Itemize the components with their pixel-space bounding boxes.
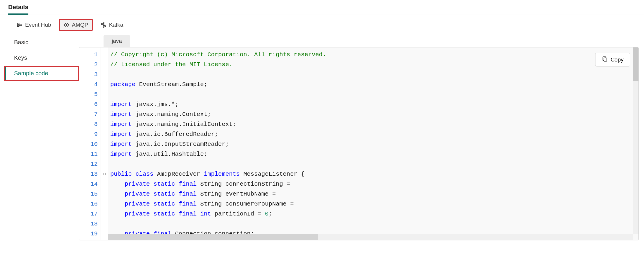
scrollbar-thumb[interactable] bbox=[108, 234, 318, 240]
horizontal-scrollbar[interactable] bbox=[108, 234, 633, 240]
line-number: 10 bbox=[79, 139, 98, 149]
code-editor: Copy 12345678910111213141516171819 ⊟ // … bbox=[79, 47, 639, 240]
line-number-gutter: 12345678910111213141516171819 bbox=[79, 47, 101, 240]
code-line: package EventStream.Sample; bbox=[110, 80, 638, 90]
code-line bbox=[110, 159, 638, 169]
line-number: 9 bbox=[79, 129, 98, 139]
kafka-icon bbox=[100, 22, 107, 28]
copy-label: Copy bbox=[611, 57, 624, 63]
main-content: java Copy 12345678910111213141516171819 … bbox=[79, 35, 644, 240]
line-number: 5 bbox=[79, 90, 98, 100]
line-number: 19 bbox=[79, 229, 98, 239]
tab-amqp[interactable]: AMQP bbox=[59, 19, 93, 31]
code-line: import java.io.BufferedReader; bbox=[110, 129, 638, 139]
fold-spacer bbox=[101, 119, 108, 129]
fold-spacer bbox=[101, 139, 108, 149]
copy-button[interactable]: Copy bbox=[595, 53, 630, 66]
code-line: private static final String eventHubName… bbox=[110, 189, 638, 199]
fold-spacer bbox=[101, 90, 108, 100]
line-number: 18 bbox=[79, 219, 98, 229]
svg-rect-1 bbox=[18, 25, 19, 27]
tab-label: Kafka bbox=[109, 22, 123, 28]
line-number: 8 bbox=[79, 119, 98, 129]
code-line: import javax.naming.InitialContext; bbox=[110, 119, 638, 129]
code-line bbox=[110, 219, 638, 229]
language-tab-label: java bbox=[112, 38, 122, 44]
line-number: 6 bbox=[79, 100, 98, 110]
line-number: 12 bbox=[79, 159, 98, 169]
line-number: 11 bbox=[79, 149, 98, 159]
amqp-icon bbox=[63, 22, 70, 28]
fold-toggle-icon[interactable]: ⊟ bbox=[101, 169, 108, 179]
svg-rect-0 bbox=[18, 23, 19, 24]
fold-spacer bbox=[101, 159, 108, 169]
code-line: public class AmqpReceiver implements Mes… bbox=[110, 169, 638, 179]
line-number: 16 bbox=[79, 199, 98, 209]
fold-spacer bbox=[101, 199, 108, 209]
code-line: private static final String connectionSt… bbox=[110, 179, 638, 189]
code-line: import java.util.Hashtable; bbox=[110, 149, 638, 159]
tab-event-hub[interactable]: Event Hub bbox=[12, 19, 55, 30]
line-number: 3 bbox=[79, 70, 98, 80]
sidebar-item-label: Sample code bbox=[14, 70, 48, 76]
code-line bbox=[110, 70, 638, 80]
protocol-tabs: Event Hub AMQP Kafka bbox=[0, 15, 644, 35]
code-text[interactable]: // Copyright (c) Microsoft Corporation. … bbox=[108, 47, 638, 240]
language-tab-java[interactable]: java bbox=[104, 35, 130, 47]
line-number: 7 bbox=[79, 110, 98, 119]
vertical-scrollbar[interactable] bbox=[633, 47, 638, 234]
page-title[interactable]: Details bbox=[8, 4, 28, 15]
fold-spacer bbox=[101, 219, 108, 229]
scrollbar-thumb[interactable] bbox=[633, 47, 638, 81]
code-line bbox=[110, 90, 638, 100]
fold-spacer bbox=[101, 80, 108, 90]
fold-spacer bbox=[101, 129, 108, 139]
fold-spacer bbox=[101, 100, 108, 110]
sidebar-item-basic[interactable]: Basic bbox=[4, 35, 79, 50]
code-line: import javax.naming.Context; bbox=[110, 110, 638, 119]
sidebar: Basic Keys Sample code bbox=[0, 35, 79, 81]
code-line: private static final String consumerGrou… bbox=[110, 199, 638, 209]
sidebar-item-sample-code[interactable]: Sample code bbox=[4, 66, 79, 81]
fold-spacer bbox=[101, 70, 108, 80]
code-line: // Copyright (c) Microsoft Corporation. … bbox=[110, 50, 638, 60]
fold-spacer bbox=[101, 60, 108, 70]
svg-rect-14 bbox=[604, 58, 607, 61]
sidebar-item-keys[interactable]: Keys bbox=[4, 50, 79, 65]
code-line: import javax.jms.*; bbox=[110, 100, 638, 110]
sidebar-item-label: Keys bbox=[14, 54, 27, 61]
fold-spacer bbox=[101, 229, 108, 239]
svg-line-13 bbox=[104, 25, 105, 26]
fold-spacer bbox=[101, 189, 108, 199]
tab-label: Event Hub bbox=[25, 22, 51, 28]
tab-label: AMQP bbox=[72, 22, 88, 28]
copy-icon bbox=[602, 56, 608, 63]
svg-line-12 bbox=[102, 24, 103, 25]
svg-rect-2 bbox=[20, 24, 22, 26]
line-number: 13 bbox=[79, 169, 98, 179]
sidebar-item-label: Basic bbox=[14, 39, 28, 45]
line-number: 4 bbox=[79, 80, 98, 90]
code-line: private static final int partitionId = 0… bbox=[110, 209, 638, 219]
line-number: 2 bbox=[79, 60, 98, 70]
fold-spacer bbox=[101, 209, 108, 219]
line-number: 15 bbox=[79, 189, 98, 199]
svg-point-7 bbox=[103, 26, 104, 28]
event-hub-icon bbox=[16, 22, 23, 28]
fold-spacer bbox=[101, 149, 108, 159]
header: Details bbox=[0, 0, 644, 15]
fold-spacer bbox=[101, 179, 108, 189]
tab-kafka[interactable]: Kafka bbox=[96, 19, 128, 30]
fold-spacer bbox=[101, 110, 108, 119]
fold-spacer bbox=[101, 50, 108, 60]
code-line: import java.io.InputStreamReader; bbox=[110, 139, 638, 149]
fold-column: ⊟ bbox=[101, 47, 108, 240]
line-number: 1 bbox=[79, 50, 98, 60]
code-line: // Licensed under the MIT License. bbox=[110, 60, 638, 70]
line-number: 17 bbox=[79, 209, 98, 219]
line-number: 14 bbox=[79, 179, 98, 189]
svg-point-5 bbox=[103, 22, 104, 23]
